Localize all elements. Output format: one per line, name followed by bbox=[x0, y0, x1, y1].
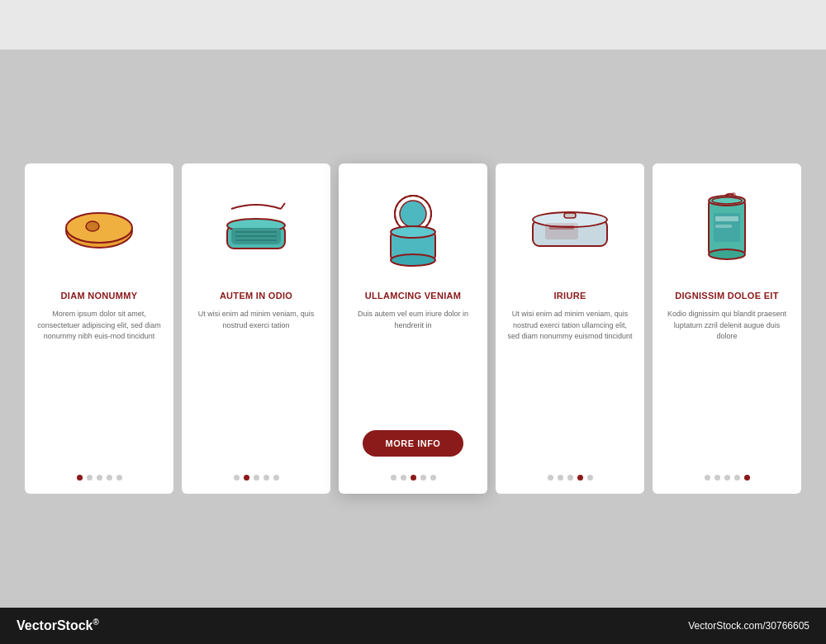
card-1-title: DIAM NONUMMY bbox=[61, 291, 138, 301]
dot bbox=[97, 475, 102, 481]
svg-point-2 bbox=[86, 221, 99, 231]
svg-rect-27 bbox=[715, 216, 738, 221]
svg-point-23 bbox=[709, 249, 745, 259]
svg-rect-20 bbox=[549, 225, 574, 230]
dot bbox=[430, 475, 436, 481]
card-3-text: Duis autem vel eum iriure dolor in hendr… bbox=[350, 309, 476, 420]
svg-point-14 bbox=[391, 226, 435, 238]
card-1-icon bbox=[36, 180, 162, 279]
svg-rect-28 bbox=[715, 225, 732, 228]
card-4: IRIURE Ut wisi enim ad minim veniam, qui… bbox=[496, 163, 644, 494]
dot bbox=[587, 475, 593, 481]
card-2-text: Ut wisi enim ad minim veniam, quis nostr… bbox=[193, 309, 319, 466]
dot bbox=[401, 475, 406, 481]
svg-point-15 bbox=[391, 254, 435, 266]
svg-point-25 bbox=[731, 192, 736, 197]
card-3-dots bbox=[391, 475, 436, 481]
card-5-title: DIGNISSIM DOLOE EIT bbox=[675, 291, 779, 301]
card-5-icon bbox=[664, 180, 790, 279]
card-2-dots bbox=[234, 475, 279, 481]
svg-rect-18 bbox=[564, 213, 576, 218]
dot bbox=[724, 475, 730, 481]
dot bbox=[734, 475, 740, 481]
card-1-text: Morem ipsum dolor sit amet, consectetuer… bbox=[36, 309, 162, 466]
dot bbox=[391, 475, 396, 481]
card-4-dots bbox=[548, 475, 593, 481]
dot bbox=[411, 475, 416, 481]
cards-container: DIAM NONUMMY Morem ipsum dolor sit amet,… bbox=[25, 163, 801, 494]
dot bbox=[87, 475, 93, 481]
card-3-icon bbox=[350, 180, 476, 279]
top-area bbox=[0, 0, 826, 50]
dot bbox=[705, 475, 710, 481]
vectorstock-logo: VectorStock® bbox=[17, 618, 99, 633]
dot bbox=[244, 475, 249, 481]
dot bbox=[744, 475, 750, 481]
card-5-text: Kodio dignissim qui blandit praesent lup… bbox=[664, 309, 790, 466]
card-4-text: Ut wisi enim ad minim veniam, quis nostr… bbox=[507, 309, 633, 466]
dot bbox=[234, 475, 240, 481]
main-area: DIAM NONUMMY Morem ipsum dolor sit amet,… bbox=[0, 50, 826, 608]
dot bbox=[420, 475, 426, 481]
dot bbox=[558, 475, 563, 481]
svg-line-3 bbox=[281, 203, 285, 209]
card-2-title: AUTEM IN ODIO bbox=[220, 291, 292, 301]
dot bbox=[254, 475, 259, 481]
dot bbox=[77, 475, 83, 481]
more-info-button[interactable]: MORE INFO bbox=[363, 430, 464, 457]
dot bbox=[273, 475, 279, 481]
dot bbox=[714, 475, 720, 481]
dot bbox=[116, 475, 122, 481]
card-4-icon bbox=[507, 180, 633, 279]
dot bbox=[107, 475, 112, 481]
dot bbox=[548, 475, 553, 481]
card-3: ULLAMCING VENIAM Duis autem vel eum iriu… bbox=[339, 163, 487, 494]
dot bbox=[567, 475, 573, 481]
bottom-url: VectorStock.com/30766605 bbox=[688, 620, 809, 632]
bottom-bar: VectorStock® VectorStock.com/30766605 bbox=[0, 608, 826, 644]
card-1-dots bbox=[77, 475, 122, 481]
card-2-icon bbox=[193, 180, 319, 279]
card-4-title: IRIURE bbox=[553, 291, 586, 301]
svg-point-11 bbox=[400, 201, 426, 227]
dot bbox=[577, 475, 583, 481]
card-5: DIGNISSIM DOLOE EIT Kodio dignissim qui … bbox=[653, 163, 801, 494]
card-1: DIAM NONUMMY Morem ipsum dolor sit amet,… bbox=[25, 163, 173, 494]
card-5-dots bbox=[705, 475, 750, 481]
card-2: AUTEM IN ODIO Ut wisi enim ad minim veni… bbox=[182, 163, 330, 494]
card-3-title: ULLAMCING VENIAM bbox=[365, 291, 462, 301]
dot bbox=[263, 475, 269, 481]
